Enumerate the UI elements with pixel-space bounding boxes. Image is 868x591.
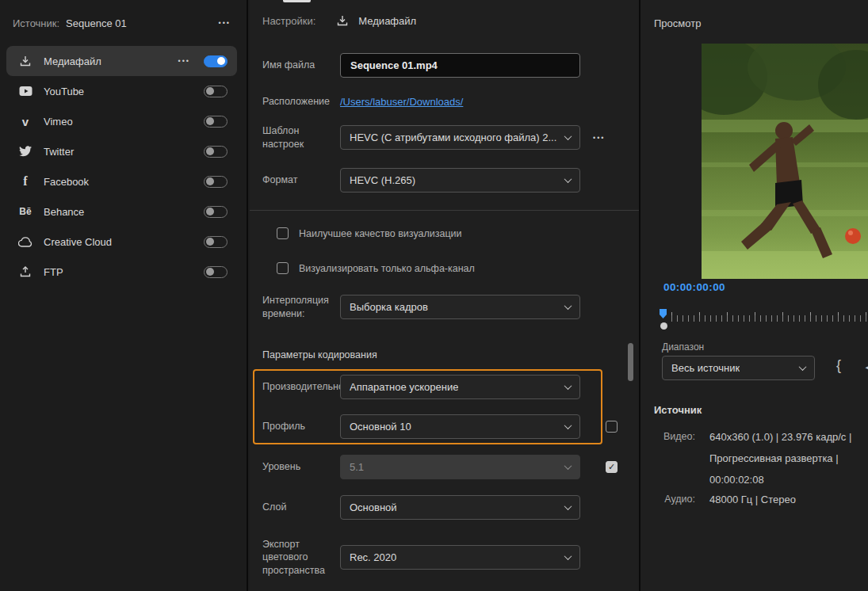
destination-label: FTP xyxy=(44,266,193,278)
alpha-only-checkbox[interactable] xyxy=(277,262,289,274)
in-out-points-icon[interactable]: { xyxy=(836,357,841,374)
video-still xyxy=(702,44,868,279)
best-quality-checkbox[interactable] xyxy=(277,227,289,239)
preview-panel: Просмотр xyxy=(639,0,868,591)
settings-panel: Настройки: Медиафайл Имя файла Расположе… xyxy=(250,0,639,591)
preview-title: Просмотр xyxy=(654,17,701,29)
creative-cloud-icon xyxy=(17,237,33,247)
destination-ftp[interactable]: FTP xyxy=(6,257,237,287)
level-auto-checkbox[interactable]: ✓ xyxy=(606,461,618,473)
toggle-knob xyxy=(206,268,214,276)
time-interpolation-select[interactable]: Выборка кадров xyxy=(340,295,580,319)
video-info-label: Видео: xyxy=(654,431,695,442)
destination-label: Facebook xyxy=(44,176,193,188)
destination-facebook[interactable]: f Facebook xyxy=(6,166,237,196)
chevron-down-icon xyxy=(564,552,572,560)
chevron-down-icon xyxy=(564,421,572,429)
destination-label: Twitter xyxy=(44,146,193,158)
tier-label: Слой xyxy=(250,501,340,514)
color-space-select[interactable]: Rec. 2020 xyxy=(340,545,580,570)
chevron-down-icon xyxy=(799,363,807,371)
behance-icon: Bē xyxy=(17,206,33,217)
youtube-icon xyxy=(17,86,33,97)
destination-label: Vimeo xyxy=(44,116,193,128)
time-interpolation-value: Выборка кадров xyxy=(350,301,428,313)
set-in-point-icon[interactable]: ◄ xyxy=(863,361,868,373)
destination-label: Медиафайл xyxy=(44,55,165,67)
destination-vimeo[interactable]: v Vimeo xyxy=(6,106,237,136)
destination-behance[interactable]: Bē Behance xyxy=(6,196,237,227)
location-link[interactable]: /Users/labuser/Downloads/ xyxy=(340,96,463,108)
source-name: Sequence 01 xyxy=(66,17,215,29)
preset-value: HEVC (С атрибутами исходного файла) 2... xyxy=(350,132,556,143)
profile-value: Основной 10 xyxy=(350,421,411,433)
source-header: Источник: Sequence 01 ••• xyxy=(0,0,247,46)
video-info-values: 640x360 (1.0) | 23.976 кадр/с | Прогресс… xyxy=(709,426,851,490)
tier-value: Основной xyxy=(350,501,397,513)
profile-override-checkbox[interactable] xyxy=(606,421,618,433)
destination-twitter[interactable]: Twitter xyxy=(6,136,237,166)
chevron-down-icon xyxy=(564,502,572,510)
vimeo-toggle[interactable] xyxy=(204,116,228,128)
toggle-knob xyxy=(206,117,214,125)
chevron-down-icon xyxy=(564,132,572,140)
settings-label: Настройки: xyxy=(262,15,315,27)
timeline-ruler[interactable] xyxy=(640,306,868,331)
format-select[interactable]: HEVC (H.265) xyxy=(340,168,580,193)
profile-select[interactable]: Основной 10 xyxy=(340,414,580,439)
format-label: Формат xyxy=(250,173,340,187)
facebook-icon: f xyxy=(17,174,33,189)
current-timecode: 00:00:00:00 xyxy=(663,281,725,293)
media-file-toggle[interactable] xyxy=(204,55,228,67)
preset-select[interactable]: HEVC (С атрибутами исходного файла) 2... xyxy=(340,125,580,150)
settings-header: Настройки: Медиафайл xyxy=(262,14,416,27)
destination-creative-cloud[interactable]: Creative Cloud xyxy=(6,227,237,257)
destination-label: Behance xyxy=(44,206,193,218)
media-file-menu-button[interactable]: ••• xyxy=(175,54,193,68)
section-divider xyxy=(250,210,639,211)
filename-label: Имя файла xyxy=(250,59,340,72)
preset-more-button[interactable]: ••• xyxy=(590,131,608,145)
source-label: Источник: xyxy=(13,17,59,29)
twitter-icon xyxy=(17,146,33,157)
destination-youtube[interactable]: YouTube xyxy=(6,76,237,106)
ftp-icon xyxy=(17,265,33,278)
chevron-down-icon xyxy=(564,175,572,183)
performance-select[interactable]: Аппаратное ускорение xyxy=(340,375,580,399)
tier-select[interactable]: Основной xyxy=(340,495,580,520)
chevron-down-icon xyxy=(564,382,572,390)
behance-toggle[interactable] xyxy=(204,206,228,218)
settings-scrollbar[interactable] xyxy=(628,343,633,381)
location-label: Расположение xyxy=(250,95,340,109)
youtube-toggle[interactable] xyxy=(204,86,228,97)
creative-cloud-toggle[interactable] xyxy=(204,236,228,248)
chevron-down-icon xyxy=(564,302,572,310)
destination-label: Creative Cloud xyxy=(44,236,193,248)
facebook-toggle[interactable] xyxy=(204,176,228,188)
media-file-icon xyxy=(335,14,350,27)
playhead[interactable] xyxy=(660,309,669,331)
audio-info-value: 48000 Гц | Стерео xyxy=(709,489,796,510)
range-select[interactable]: Весь источник xyxy=(662,356,815,380)
settings-destination-name: Медиафайл xyxy=(358,15,416,27)
ftp-toggle[interactable] xyxy=(204,266,228,278)
destination-media-file[interactable]: Медиафайл ••• xyxy=(6,46,237,76)
video-preview[interactable] xyxy=(702,44,868,279)
source-menu-button[interactable]: ••• xyxy=(216,16,234,30)
twitter-toggle[interactable] xyxy=(204,146,228,158)
level-select: 5.1 xyxy=(340,455,580,479)
playhead-flag xyxy=(660,309,667,318)
color-space-value: Rec. 2020 xyxy=(350,551,396,563)
toggle-knob xyxy=(206,208,214,215)
filename-input[interactable] xyxy=(340,53,580,78)
range-label: Диапазон xyxy=(662,341,704,353)
toggle-knob xyxy=(206,177,214,185)
video-info-line1: 640x360 (1.0) | 23.976 кадр/с | xyxy=(709,426,851,448)
toggle-knob xyxy=(206,87,214,95)
audio-info-label: Аудио: xyxy=(654,494,695,505)
encoding-section-title: Параметры кодирования xyxy=(262,349,377,360)
destinations-sidebar: Источник: Sequence 01 ••• Медиафайл ••• … xyxy=(0,0,248,591)
toggle-knob xyxy=(217,57,225,65)
preset-label: Шаблон настроек xyxy=(250,124,340,151)
vimeo-icon: v xyxy=(17,115,33,128)
